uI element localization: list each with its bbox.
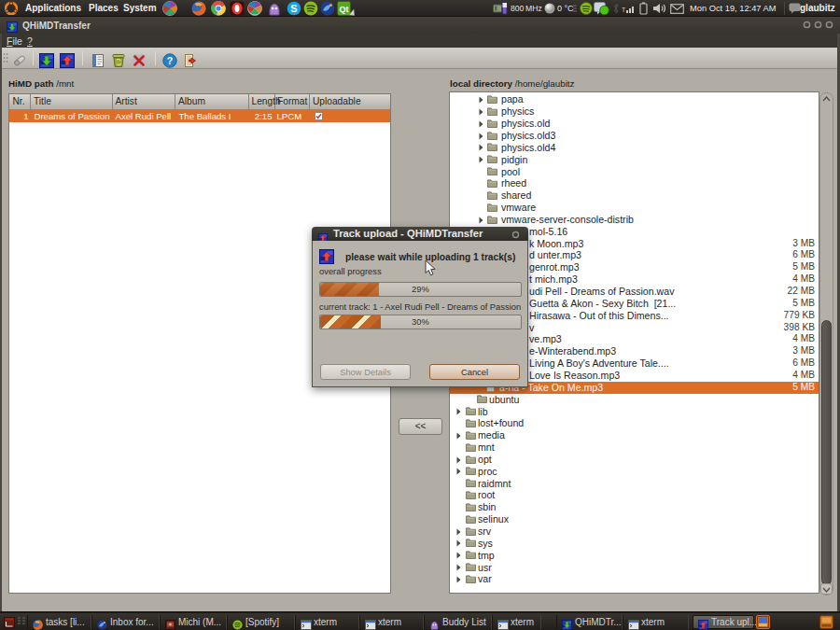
svg-text:S: S (290, 3, 297, 14)
svg-text:Qt: Qt (340, 5, 349, 14)
svg-text:T: T (622, 7, 626, 13)
svg-text:?: ? (167, 55, 173, 66)
